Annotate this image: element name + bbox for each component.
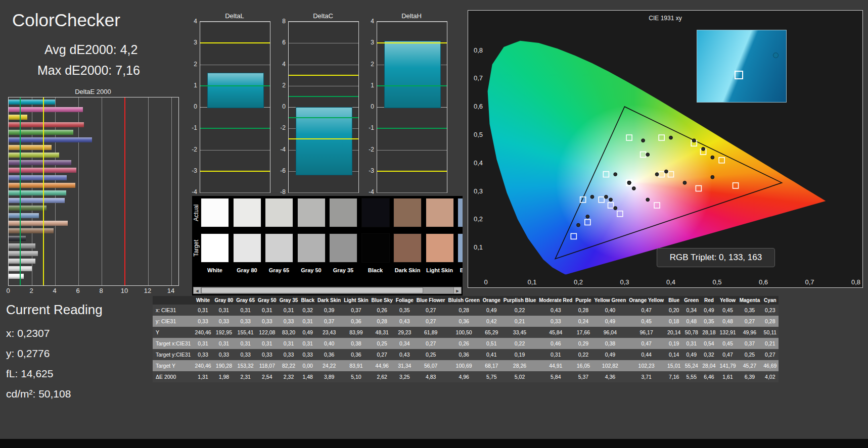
table-row: Target Y240,46190,28153,32118,0782,220,0… <box>153 360 779 371</box>
tick-label: 8 <box>282 18 286 25</box>
cell: 0,35 <box>738 305 762 316</box>
cell: 0,35 <box>700 316 717 327</box>
scroll-thumb[interactable] <box>201 287 423 293</box>
swatch-actual-blue-sky[interactable] <box>458 198 463 227</box>
swatch-actual-gray-50[interactable] <box>297 198 326 227</box>
scroll-left-arrow[interactable]: ◄ <box>193 287 201 294</box>
cell: 0,48 <box>718 316 738 327</box>
cell: 0,25 <box>370 338 394 349</box>
column-header: Red <box>700 296 717 305</box>
reference-line <box>200 42 270 43</box>
swatch-label: Gray 65 <box>269 267 289 273</box>
swatch-actual-white[interactable] <box>201 198 229 227</box>
tick-label: -1 <box>192 124 197 131</box>
tick-label: 2 <box>29 287 33 294</box>
swatch-target-blue-sky[interactable] <box>458 233 463 263</box>
cell: 0,26 <box>370 305 394 316</box>
row-label: x: CIE31 <box>153 305 193 316</box>
reference-line <box>289 96 358 97</box>
swatch-target-gray-35[interactable] <box>329 233 357 263</box>
swatch-target-light-skin[interactable] <box>426 233 454 263</box>
reference-line <box>289 75 358 76</box>
cell: 0,33 <box>193 349 213 360</box>
cell: 132,91 <box>718 327 738 338</box>
scroll-track[interactable] <box>201 287 453 294</box>
tick-label: 0,3 <box>474 187 483 195</box>
swatch-target-black[interactable] <box>361 233 390 263</box>
cie-title: CIE 1931 xy <box>468 15 862 22</box>
cell: 83,20 <box>278 327 300 338</box>
cell: 0,31 <box>299 338 316 349</box>
cell: 153,32 <box>235 360 256 371</box>
cell: 0,31 <box>256 338 278 349</box>
swatch-label: Gray 80 <box>237 267 257 273</box>
cell: 0,38 <box>592 338 627 349</box>
row-label: Target x:CIE31 <box>153 338 193 349</box>
deltae-bar-black <box>9 236 26 241</box>
row-label: y: CIE31 <box>153 316 193 327</box>
swatch-scrollbar[interactable]: ◄ ► <box>193 287 462 294</box>
swatch-label: Black <box>368 267 383 273</box>
cell: 0,37 <box>316 316 342 327</box>
swatch-actual-gray-80[interactable] <box>233 198 261 227</box>
swatch-actual-gray-35[interactable] <box>329 198 357 227</box>
swatch-actual-dark-skin[interactable] <box>393 198 422 227</box>
cell: 0,36 <box>447 316 481 327</box>
row-label: Target y:CIE31 <box>153 349 193 360</box>
column-header: Purple <box>574 296 592 305</box>
deltae-bar-blue-sky <box>9 213 39 218</box>
cell: 0,19 <box>665 338 682 349</box>
cell: 44,91 <box>537 360 574 371</box>
cell: 6,39 <box>738 371 762 382</box>
deltah-bar <box>384 41 441 108</box>
deltac-chart: DeltaC 86420-2-4-6-8 <box>277 12 359 204</box>
row-label: Target Y <box>153 360 193 371</box>
tick-label: 8 <box>99 287 103 294</box>
cell: 20,14 <box>665 327 682 338</box>
cell: 0,36 <box>342 316 370 327</box>
deltah-chart: DeltaH 43210-1-2-3-4 <box>366 12 447 204</box>
tick-label: -2 <box>280 124 286 131</box>
cell: 0,33 <box>278 316 300 327</box>
deltae-bar-gray-65 <box>9 259 35 264</box>
swatch-actual-light-skin[interactable] <box>426 198 454 227</box>
cell: 0,31 <box>235 338 256 349</box>
cell: 1,48 <box>299 371 316 382</box>
cell: 0,33 <box>213 349 235 360</box>
swatch-actual-black[interactable] <box>361 198 390 227</box>
cell: 0,37 <box>738 338 762 349</box>
tick-label: -2 <box>369 146 374 153</box>
swatch-target-gray-50[interactable] <box>297 233 326 263</box>
deltae-bar-foliage <box>9 206 47 211</box>
gridline <box>171 97 172 285</box>
cell: 0,33 <box>299 349 316 360</box>
deltae-x-axis: 02468101214 <box>8 287 178 295</box>
cell: 0,51 <box>481 338 502 349</box>
cell: 0,38 <box>342 338 370 349</box>
scroll-right-arrow[interactable]: ► <box>453 287 462 294</box>
swatch-target-gray-80[interactable] <box>233 233 261 263</box>
swatch-target-gray-65[interactable] <box>265 233 293 263</box>
swatch-label: Gray 50 <box>301 267 321 273</box>
deltah-y-axis: 43210-1-2-3-4 <box>366 21 375 192</box>
cell: 96,04 <box>592 327 627 338</box>
tick-label: 12 <box>144 287 151 294</box>
cell: 0,31 <box>682 338 700 349</box>
tick-label: -4 <box>369 188 374 195</box>
column-header: Gray 80 <box>213 296 235 305</box>
reference-line <box>124 97 125 285</box>
swatch-actual-gray-65[interactable] <box>265 198 293 227</box>
column-header: Blue Flower <box>415 296 447 305</box>
cell: 0,33 <box>256 316 278 327</box>
cie-x-axis: 00,10,20,30,40,50,60,70,8 <box>468 278 862 286</box>
app-window: ColorChecker Avg dE2000: 4,2 Max dE2000:… <box>0 0 868 448</box>
swatch-target-white[interactable] <box>201 233 229 263</box>
max-de2000-stat: Max dE2000: 7,16 <box>37 63 140 78</box>
tick-label: -4 <box>280 146 286 153</box>
row-label: Y <box>153 327 193 338</box>
gridline <box>377 22 447 22</box>
deltac-plot <box>288 21 359 193</box>
reference-line <box>377 85 447 86</box>
swatch-target-dark-skin[interactable] <box>393 233 422 263</box>
deltae-bar-bluish-green <box>9 190 66 195</box>
